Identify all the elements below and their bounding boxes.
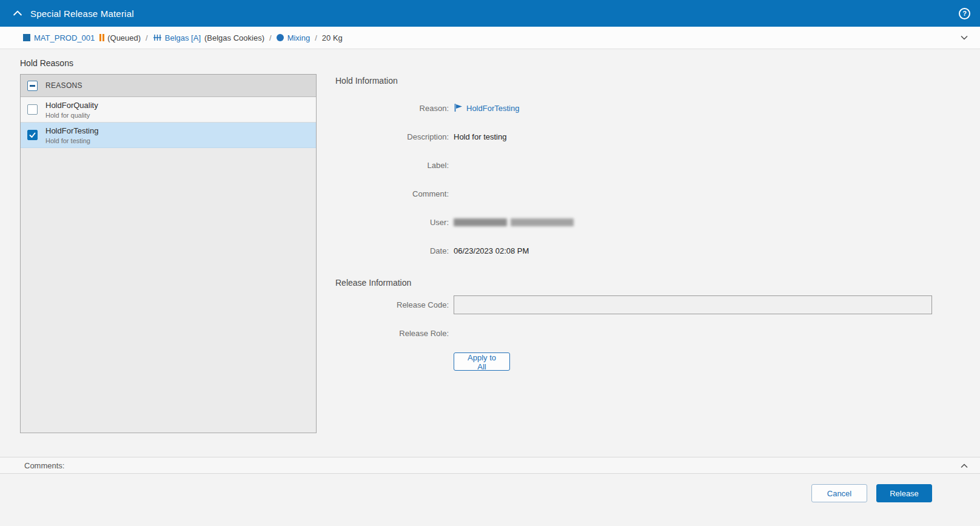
breadcrumb-equipment-link[interactable]: Belgas [A] xyxy=(165,33,201,42)
breadcrumb-status: (Queued) xyxy=(107,33,141,42)
special-release-material-screen: Special Release Material ? MAT_PROD_001 … xyxy=(0,0,980,526)
field-label: Comment: xyxy=(335,189,449,198)
breadcrumb: MAT_PROD_001 (Queued) / Belgas [A] (Belg… xyxy=(0,27,980,49)
comments-label: Comments: xyxy=(24,461,64,470)
hold-information-panel: Hold Information Reason: HoldForTesting … xyxy=(335,49,942,372)
cancel-button[interactable]: Cancel xyxy=(811,484,867,502)
chevron-down-icon[interactable] xyxy=(959,33,969,42)
field-comment: Comment: xyxy=(335,180,942,208)
top-bar: Special Release Material ? xyxy=(0,0,980,27)
release-code-input[interactable] xyxy=(454,295,932,314)
breadcrumb-operation-link[interactable]: Mixing xyxy=(287,33,310,42)
page-title: Special Release Material xyxy=(30,8,134,19)
field-label: Release Code: xyxy=(335,300,449,309)
select-all-checkbox[interactable] xyxy=(27,81,38,91)
reason-link[interactable]: HoldForTesting xyxy=(466,104,519,113)
field-description: Description: Hold for testing xyxy=(335,123,942,151)
chevron-up-icon[interactable] xyxy=(959,461,969,473)
reasons-list: REASONS HoldForQuality Hold for quality … xyxy=(20,74,317,433)
release-button[interactable]: Release xyxy=(876,484,932,502)
release-information-title: Release Information xyxy=(335,277,942,288)
hold-information-title: Hold Information xyxy=(335,75,942,86)
reason-name: HoldForQuality xyxy=(45,101,98,110)
hold-reasons-title: Hold Reasons xyxy=(20,58,317,69)
field-label: Description: xyxy=(335,132,449,141)
field-release-role: Release Role: xyxy=(335,319,942,348)
checkmark-icon xyxy=(29,131,36,139)
breadcrumb-equipment-desc: (Belgas Cookies) xyxy=(204,33,264,42)
breadcrumb-separator: / xyxy=(146,33,148,42)
equipment-icon xyxy=(153,33,162,42)
field-label: Date: xyxy=(335,246,449,255)
reason-checkbox[interactable] xyxy=(27,130,38,140)
breadcrumb-material-link[interactable]: MAT_PROD_001 xyxy=(34,33,95,42)
apply-to-all-button[interactable]: Apply to All xyxy=(454,352,510,371)
field-date: Date: 06/23/2023 02:08 PM xyxy=(335,237,942,265)
flag-icon xyxy=(454,103,463,114)
field-user: User: xyxy=(335,208,942,237)
reason-description: Hold for quality xyxy=(45,112,98,119)
reason-description: Hold for testing xyxy=(45,137,98,144)
list-item[interactable]: HoldForTesting Hold for testing xyxy=(21,123,316,148)
breadcrumb-separator: / xyxy=(269,33,272,42)
indeterminate-dash-icon xyxy=(30,85,35,87)
field-label: User: xyxy=(335,218,449,227)
field-value: Hold for testing xyxy=(454,132,942,141)
main-content: Hold Reasons REASONS HoldForQuality Hold… xyxy=(0,49,980,457)
field-label: Label: xyxy=(335,161,449,170)
field-release-code: Release Code: xyxy=(335,291,942,319)
field-reason: Reason: HoldForTesting xyxy=(335,94,942,123)
hold-reasons-panel: Hold Reasons REASONS HoldForQuality Hold… xyxy=(20,58,317,433)
material-icon xyxy=(23,34,30,41)
breadcrumb-quantity: 20 Kg xyxy=(322,33,343,42)
reasons-header-label: REASONS xyxy=(45,81,82,90)
field-label: Reason: xyxy=(335,104,449,113)
reason-checkbox[interactable] xyxy=(27,104,38,115)
footer-actions: Cancel Release xyxy=(0,474,980,526)
breadcrumb-separator: / xyxy=(315,33,317,42)
field-label: Release Role: xyxy=(335,329,449,338)
list-item[interactable]: HoldForQuality Hold for quality xyxy=(21,97,316,123)
reason-name: HoldForTesting xyxy=(45,126,98,135)
field-label-row: Label: xyxy=(335,151,942,180)
user-value-redacted xyxy=(454,218,574,226)
help-icon[interactable]: ? xyxy=(959,8,970,19)
field-value: 06/23/2023 02:08 PM xyxy=(454,246,942,255)
comments-section[interactable]: Comments: xyxy=(0,457,980,474)
queued-status-icon xyxy=(99,34,104,41)
collapse-up-icon[interactable] xyxy=(11,7,24,20)
reasons-list-header: REASONS xyxy=(21,75,316,97)
operation-icon xyxy=(277,34,284,41)
